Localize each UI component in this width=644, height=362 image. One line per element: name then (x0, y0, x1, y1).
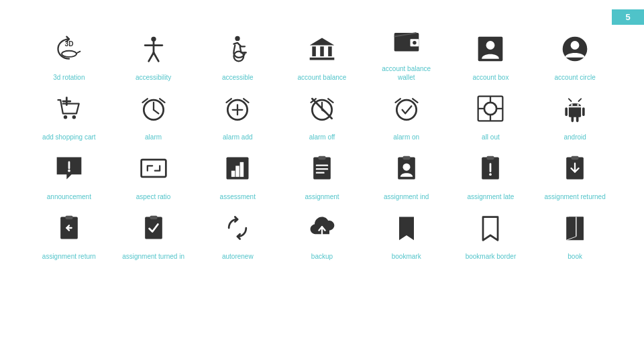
icon-bookmark-border[interactable]: bookmark border (449, 208, 533, 261)
svg-rect-10 (312, 46, 316, 56)
alarm-add-icon (217, 88, 258, 129)
svg-line-27 (154, 110, 158, 114)
account-balance-wallet-icon (386, 20, 427, 60)
aspect-ratio-icon (133, 148, 174, 188)
accessible-label: accessible (222, 73, 254, 82)
bookmark-label: bookmark (392, 252, 421, 261)
assignment-late-label: assignment late (467, 192, 514, 201)
svg-rect-12 (328, 46, 332, 56)
svg-point-60 (402, 164, 410, 171)
svg-point-20 (571, 41, 580, 50)
icon-alarm-off[interactable]: alarm off (280, 88, 364, 141)
assessment-label: assessment (220, 192, 256, 201)
icon-account-balance[interactable]: account balance (280, 20, 364, 82)
assignment-late-icon (470, 148, 511, 188)
svg-rect-55 (316, 165, 328, 166)
svg-point-18 (486, 41, 495, 50)
bookmark-border-label: bookmark border (466, 252, 517, 261)
svg-rect-54 (318, 156, 325, 160)
book-label: book (568, 252, 582, 261)
svg-point-1 (62, 51, 76, 57)
android-icon (555, 88, 595, 129)
icon-autorenew[interactable]: autorenew (195, 208, 280, 261)
autorenew-icon (217, 208, 258, 248)
icon-accessible[interactable]: accessible (195, 20, 280, 82)
icon-assignment-returned[interactable]: assignment returned (533, 148, 617, 201)
accessibility-icon (133, 29, 174, 69)
svg-rect-51 (236, 166, 240, 177)
alarm-off-icon (302, 88, 342, 129)
icon-backup[interactable]: backup (280, 208, 364, 261)
icon-assignment-return[interactable]: assignment return (27, 208, 111, 261)
svg-rect-50 (231, 171, 235, 177)
icon-alarm-on[interactable]: alarm on (364, 88, 449, 141)
account-balance-label: account balance (298, 73, 347, 82)
icon-add-shopping-cart[interactable]: add shopping cart (27, 88, 111, 141)
icon-account-circle[interactable]: account circle (533, 20, 617, 82)
icon-bookmark[interactable]: bookmark (364, 208, 449, 261)
svg-line-6 (154, 53, 158, 62)
icon-alarm-add[interactable]: alarm add (195, 88, 280, 141)
icon-assignment-ind[interactable]: assignment ind (364, 148, 449, 201)
assignment-label: assignment (305, 192, 339, 201)
account-balance-wallet-label: account balance wallet (373, 64, 440, 82)
svg-rect-48 (141, 160, 166, 177)
svg-rect-52 (240, 162, 244, 177)
all-out-icon (470, 88, 511, 129)
svg-rect-13 (310, 58, 335, 60)
svg-rect-71 (145, 217, 162, 239)
svg-rect-66 (572, 156, 579, 160)
assignment-ind-icon (386, 148, 427, 188)
svg-line-34 (322, 110, 326, 113)
svg-rect-11 (320, 46, 324, 56)
svg-rect-69 (65, 216, 72, 220)
svg-point-16 (413, 41, 417, 45)
svg-point-44 (571, 104, 573, 106)
add-shopping-cart-label: add shopping cart (42, 133, 96, 141)
svg-rect-72 (150, 216, 157, 220)
page-number: 5 (612, 9, 644, 25)
assignment-turned-in-label: assignment turned in (122, 252, 184, 261)
autorenew-label: autorenew (222, 252, 254, 261)
icon-3d-rotation[interactable]: 3D 3d rotation (27, 20, 111, 82)
assignment-return-icon (49, 208, 89, 248)
icon-announcement[interactable]: announcement (27, 148, 111, 201)
all-out-label: all out (482, 133, 500, 141)
svg-point-37 (484, 103, 496, 115)
icon-alarm[interactable]: alarm (111, 88, 196, 141)
backup-icon (302, 208, 342, 248)
bookmark-icon (386, 208, 427, 248)
icon-assignment-late[interactable]: assignment late (449, 148, 533, 201)
svg-point-35 (396, 100, 416, 119)
assignment-returned-label: assignment returned (545, 192, 606, 201)
alarm-add-label: alarm add (223, 133, 252, 141)
icon-assignment-turned-in[interactable]: assignment turned in (111, 208, 196, 261)
icon-aspect-ratio[interactable]: aspect ratio (111, 148, 196, 201)
announcement-icon (49, 148, 89, 188)
icon-accessibility[interactable]: accessibility (111, 20, 196, 82)
accessible-icon (217, 29, 258, 69)
icon-assessment[interactable]: assessment (195, 148, 280, 201)
svg-point-7 (235, 36, 240, 41)
icon-account-box[interactable]: account box (449, 20, 533, 82)
svg-point-23 (64, 115, 68, 119)
assignment-turned-in-icon (133, 208, 174, 248)
add-shopping-cart-icon (49, 88, 89, 129)
icon-account-balance-wallet[interactable]: account balance wallet (364, 20, 449, 82)
icon-book[interactable]: book (533, 208, 617, 261)
assignment-icon (302, 148, 342, 188)
svg-rect-57 (316, 172, 325, 174)
icon-assignment[interactable]: assignment (280, 148, 364, 201)
assignment-return-label: assignment return (42, 252, 96, 261)
icon-all-out[interactable]: all out (449, 88, 533, 141)
svg-point-24 (72, 115, 75, 119)
alarm-off-label: alarm off (309, 133, 335, 141)
android-label: android (564, 133, 586, 141)
icon-android[interactable]: android (533, 88, 617, 141)
alarm-on-label: alarm on (393, 133, 419, 141)
assessment-icon (217, 148, 258, 188)
backup-label: backup (311, 252, 333, 261)
assignment-returned-icon (555, 148, 595, 188)
bookmark-border-icon (470, 208, 511, 248)
3d-rotation-label: 3d rotation (53, 73, 85, 82)
